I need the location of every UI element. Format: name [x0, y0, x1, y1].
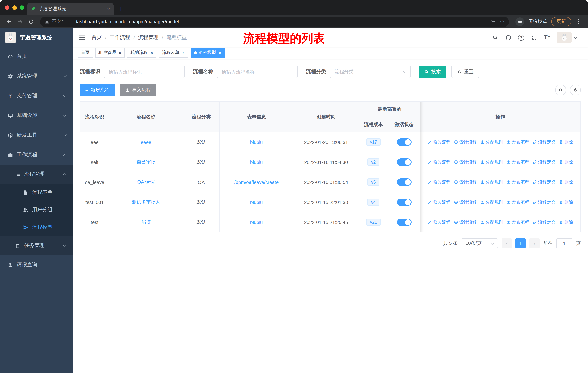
font-size-icon[interactable]: [544, 34, 550, 41]
form-info-link[interactable]: biubiu: [250, 200, 263, 205]
new-tab-button[interactable]: +: [119, 5, 123, 12]
view-tag[interactable]: 首页: [78, 48, 93, 57]
sidebar-item[interactable]: 流程模型: [0, 219, 73, 236]
publish-process-link[interactable]: 发布流程: [506, 179, 529, 185]
design-process-link[interactable]: 设计流程: [454, 179, 477, 185]
sidebar-item[interactable]: 流程管理: [0, 165, 73, 184]
password-key-icon[interactable]: [490, 18, 495, 25]
browser-menu-icon[interactable]: ⋮: [576, 19, 581, 25]
design-process-link[interactable]: 设计流程: [454, 199, 477, 205]
update-button[interactable]: 更新: [551, 17, 571, 26]
process-name-link[interactable]: 滔博: [141, 219, 151, 225]
sidebar-item[interactable]: 基础设施: [0, 106, 73, 125]
bookmark-star-icon[interactable]: ☆: [500, 19, 504, 24]
publish-process-link[interactable]: 发布流程: [506, 139, 529, 145]
modify-process-link[interactable]: 修改流程: [428, 139, 451, 145]
process-name-link[interactable]: 测试多审批人: [132, 199, 160, 205]
design-process-link[interactable]: 设计流程: [454, 139, 477, 145]
sidebar-item[interactable]: 任务管理: [0, 236, 73, 255]
sidebar-item[interactable]: 用户分组: [0, 201, 73, 219]
process-name-input[interactable]: [217, 66, 298, 78]
sidebar-item[interactable]: ¥支付管理: [0, 86, 73, 106]
sidebar-item[interactable]: 系统管理: [0, 66, 73, 86]
refresh-table-button[interactable]: [570, 84, 581, 95]
view-tag[interactable]: 流程模型×: [190, 48, 225, 57]
process-name-link[interactable]: eeee: [141, 139, 151, 145]
view-tag[interactable]: 流程表单×: [159, 48, 188, 57]
import-process-button[interactable]: 导入流程: [120, 84, 156, 96]
delete-link[interactable]: 删除: [559, 179, 573, 185]
design-process-link[interactable]: 设计流程: [454, 159, 477, 165]
form-info-link[interactable]: biubiu: [250, 139, 263, 145]
version-tag[interactable]: v4: [368, 199, 379, 206]
prev-page-button[interactable]: ‹: [502, 238, 512, 248]
activation-switch[interactable]: [397, 138, 411, 146]
close-tab-icon[interactable]: ×: [107, 6, 110, 11]
assign-rule-link[interactable]: 分配规则: [480, 219, 503, 225]
search-icon[interactable]: [492, 34, 498, 41]
process-definition-link[interactable]: 流程定义: [533, 179, 556, 185]
delete-link[interactable]: 删除: [559, 219, 573, 225]
close-tag-icon[interactable]: ×: [219, 50, 221, 55]
form-info-link[interactable]: biubiu: [250, 159, 263, 165]
address-bar[interactable]: 不安全 dashboard.yudao.iocoder.cn/bpm/manag…: [40, 17, 509, 27]
assign-rule-link[interactable]: 分配规则: [480, 159, 503, 165]
publish-process-link[interactable]: 发布流程: [506, 219, 529, 225]
activation-switch[interactable]: [397, 199, 411, 206]
page-size-select[interactable]: 10条/页: [462, 238, 498, 248]
zoom-window-button[interactable]: [20, 5, 24, 10]
help-icon[interactable]: [518, 34, 524, 40]
process-name-link[interactable]: 自己审批: [136, 159, 156, 165]
process-definition-link[interactable]: 流程定义: [533, 199, 556, 205]
reset-button[interactable]: 重置: [451, 66, 479, 78]
assign-rule-link[interactable]: 分配规则: [480, 179, 503, 185]
sidebar-item[interactable]: 工作流程: [0, 145, 73, 165]
category-select[interactable]: 流程分类: [330, 66, 411, 78]
design-process-link[interactable]: 设计流程: [454, 219, 477, 225]
activation-switch[interactable]: [397, 159, 411, 166]
assign-rule-link[interactable]: 分配规则: [480, 139, 503, 145]
process-name-link[interactable]: OA 请假: [137, 179, 155, 185]
activation-switch[interactable]: [397, 179, 411, 186]
breadcrumb-item[interactable]: 工作流程: [110, 34, 130, 41]
fullscreen-icon[interactable]: [531, 34, 537, 41]
sidebar-toggle-icon[interactable]: [78, 34, 86, 41]
modify-process-link[interactable]: 修改流程: [428, 179, 451, 185]
minimize-window-button[interactable]: [12, 5, 17, 10]
view-tag[interactable]: 租户管理×: [95, 48, 125, 57]
reload-button[interactable]: [26, 16, 36, 27]
browser-tab[interactable]: 芋道管理系统 ×: [27, 2, 114, 15]
delete-link[interactable]: 删除: [559, 199, 573, 205]
version-tag[interactable]: v17: [366, 138, 381, 146]
modify-process-link[interactable]: 修改流程: [428, 159, 451, 165]
modify-process-link[interactable]: 修改流程: [428, 199, 451, 205]
assign-rule-link[interactable]: 分配规则: [480, 199, 503, 205]
delete-link[interactable]: 删除: [559, 159, 573, 165]
github-icon[interactable]: [505, 34, 511, 41]
process-definition-link[interactable]: 流程定义: [533, 159, 556, 165]
publish-process-link[interactable]: 发布流程: [506, 199, 529, 205]
breadcrumb-item[interactable]: 流程管理: [138, 34, 158, 41]
close-tag-icon[interactable]: ×: [118, 50, 121, 55]
delete-link[interactable]: 删除: [559, 139, 573, 145]
user-avatar[interactable]: [557, 32, 572, 43]
version-tag[interactable]: v5: [368, 179, 379, 186]
goto-page-input[interactable]: [556, 238, 572, 248]
close-window-button[interactable]: [5, 5, 10, 10]
process-definition-link[interactable]: 流程定义: [533, 139, 556, 145]
activation-switch[interactable]: [397, 219, 411, 226]
sidebar-item[interactable]: 流程表单: [0, 184, 73, 201]
create-process-button[interactable]: + 新建流程: [80, 84, 115, 96]
publish-process-link[interactable]: 发布流程: [506, 159, 529, 165]
form-info-link[interactable]: /bpm/oa/leave/create: [234, 179, 279, 185]
back-button[interactable]: [4, 16, 15, 27]
process-definition-link[interactable]: 流程定义: [533, 219, 556, 225]
sidebar-item[interactable]: 请假查询: [0, 255, 73, 275]
sidebar-item[interactable]: 首页: [0, 47, 73, 66]
current-page[interactable]: 1: [515, 238, 526, 248]
close-tag-icon[interactable]: ×: [150, 50, 153, 55]
form-info-link[interactable]: biubiu: [250, 220, 263, 225]
view-tag[interactable]: 我的流程×: [127, 48, 156, 57]
version-tag[interactable]: v2: [368, 159, 379, 166]
close-tag-icon[interactable]: ×: [182, 50, 185, 55]
